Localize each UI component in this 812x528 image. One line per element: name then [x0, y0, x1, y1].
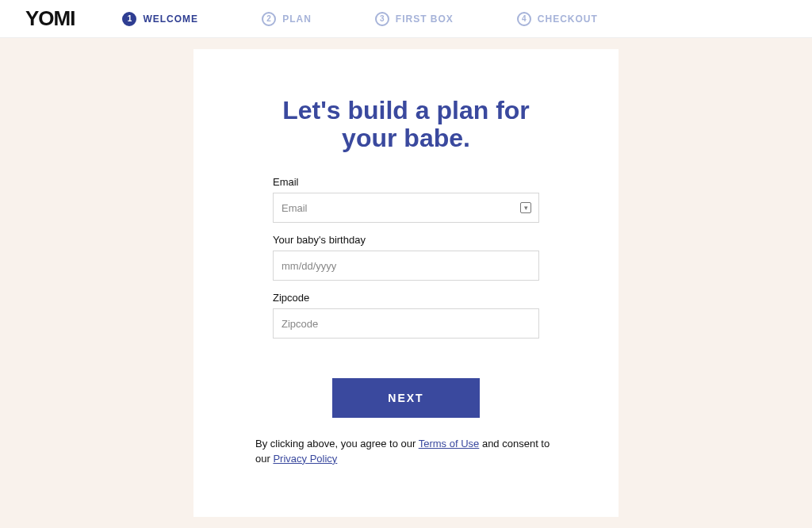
- progress-stepper: 1 WELCOME 2 PLAN 3 FIRST BOX 4 CHECKOUT: [122, 12, 597, 26]
- zipcode-input[interactable]: [273, 308, 539, 339]
- brand-logo: YOMI: [25, 6, 75, 31]
- step-plan[interactable]: 2 PLAN: [262, 12, 312, 26]
- next-button[interactable]: NEXT: [332, 378, 480, 418]
- step-number-icon: 1: [122, 12, 136, 26]
- headline: Let's build a plan for your babe.: [263, 97, 549, 152]
- email-input[interactable]: [273, 193, 539, 223]
- step-welcome[interactable]: 1 WELCOME: [122, 12, 198, 26]
- terms-of-use-link[interactable]: Terms of Use: [419, 438, 480, 450]
- step-label: CHECKOUT: [538, 13, 598, 25]
- step-checkout[interactable]: 4 CHECKOUT: [517, 12, 598, 26]
- step-number-icon: 4: [517, 12, 531, 26]
- step-number-icon: 3: [375, 12, 389, 26]
- birthday-label: Your baby's birthday: [273, 234, 539, 246]
- step-number-icon: 2: [262, 12, 276, 26]
- step-label: FIRST BOX: [396, 13, 454, 25]
- step-first-box[interactable]: 3 FIRST BOX: [375, 12, 454, 26]
- zipcode-label: Zipcode: [273, 292, 539, 304]
- consent-pre: By clicking above, you agree to our: [255, 438, 419, 450]
- signup-form: Email ▾ Your baby's birthday Zipcode: [273, 176, 539, 339]
- header-bar: YOMI 1 WELCOME 2 PLAN 3 FIRST BOX 4 CHEC…: [0, 0, 812, 38]
- step-label: PLAN: [282, 13, 312, 25]
- birthday-input[interactable]: [273, 251, 539, 281]
- welcome-form-card: Let's build a plan for your babe. Email …: [193, 49, 619, 517]
- consent-text: By clicking above, you agree to our Term…: [255, 437, 557, 465]
- privacy-policy-link[interactable]: Privacy Policy: [273, 453, 337, 465]
- step-label: WELCOME: [143, 13, 198, 25]
- email-label: Email: [273, 176, 539, 188]
